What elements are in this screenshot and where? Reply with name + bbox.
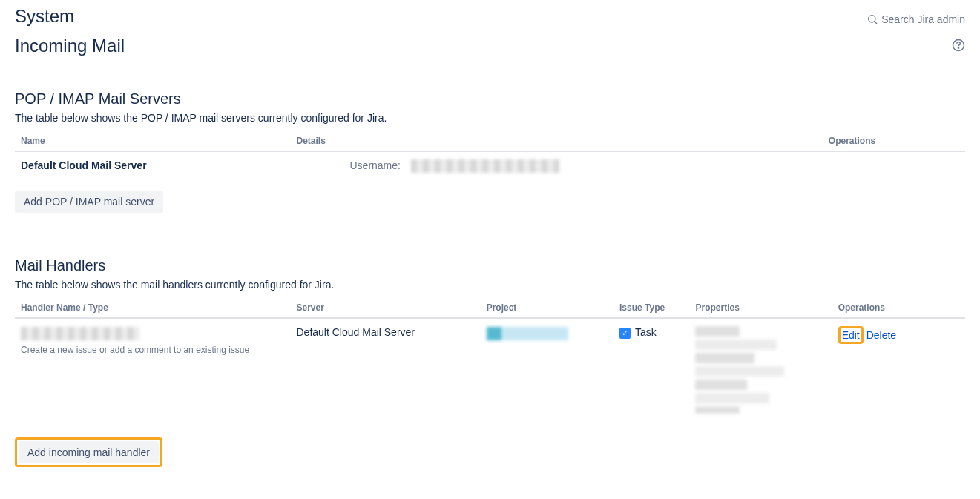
handler-server: Default Cloud Mail Server <box>291 318 481 421</box>
svg-point-0 <box>869 16 875 22</box>
svg-point-3 <box>958 47 958 48</box>
svg-line-1 <box>875 22 877 24</box>
col-details: Details <box>290 131 822 151</box>
handler-operations: Edit Delete <box>832 318 965 421</box>
search-jira-admin-link[interactable]: Search Jira admin <box>866 13 965 25</box>
section-mail-servers: POP / IMAP Mail Servers The table below … <box>15 90 965 213</box>
help-icon[interactable] <box>952 39 965 54</box>
search-jira-admin-label: Search Jira admin <box>881 13 965 25</box>
col-server: Server <box>291 298 481 318</box>
handler-type-desc: Create a new issue or add a comment to a… <box>21 345 285 355</box>
handler-name-cell: Create a new issue or add a comment to a… <box>15 318 291 421</box>
section-mail-handlers: Mail Handlers The table below shows the … <box>15 257 965 467</box>
server-operations <box>823 151 965 180</box>
server-details: Username: <box>290 151 822 180</box>
edit-highlight: Edit <box>838 326 864 344</box>
col-operations-handlers: Operations <box>832 298 965 318</box>
col-properties: Properties <box>689 298 832 318</box>
server-name: Default Cloud Mail Server <box>15 151 290 180</box>
edit-link[interactable]: Edit <box>842 329 860 341</box>
mail-handlers-desc: The table below shows the mail handlers … <box>15 279 965 291</box>
mail-handlers-table: Handler Name / Type Server Project Issue… <box>15 298 965 421</box>
username-label: Username: <box>349 159 400 171</box>
add-handler-highlight: Add incoming mail handler <box>15 437 162 467</box>
handler-properties <box>689 318 832 421</box>
col-name: Name <box>15 131 290 151</box>
project-redacted <box>487 327 576 340</box>
page-title: Incoming Mail <box>15 36 125 56</box>
add-incoming-mail-handler-button[interactable]: Add incoming mail handler <box>19 441 159 463</box>
add-mail-server-button[interactable]: Add POP / IMAP mail server <box>15 191 163 213</box>
col-operations: Operations <box>823 131 965 151</box>
issue-type-label: Task <box>635 326 657 338</box>
username-redacted <box>411 159 559 173</box>
col-project: Project <box>481 298 614 318</box>
col-handler-name: Handler Name / Type <box>15 298 291 318</box>
col-issue-type: Issue Type <box>614 298 689 318</box>
properties-redacted <box>695 326 792 414</box>
task-issuetype-icon: ✓ <box>619 328 631 339</box>
mail-servers-desc: The table below shows the POP / IMAP mai… <box>15 112 965 124</box>
mail-handlers-title: Mail Handlers <box>15 257 965 274</box>
handler-issue-type: ✓Task <box>614 318 689 421</box>
table-row: Default Cloud Mail Server Username: <box>15 151 965 180</box>
breadcrumb-system: System <box>15 6 74 27</box>
table-row: Create a new issue or add a comment to a… <box>15 318 965 421</box>
mail-servers-title: POP / IMAP Mail Servers <box>15 90 965 108</box>
handler-name-redacted <box>21 327 139 340</box>
mail-servers-table: Name Details Operations Default Cloud Ma… <box>15 131 965 180</box>
search-icon <box>866 13 878 25</box>
handler-project <box>481 318 614 421</box>
delete-link[interactable]: Delete <box>866 329 896 341</box>
